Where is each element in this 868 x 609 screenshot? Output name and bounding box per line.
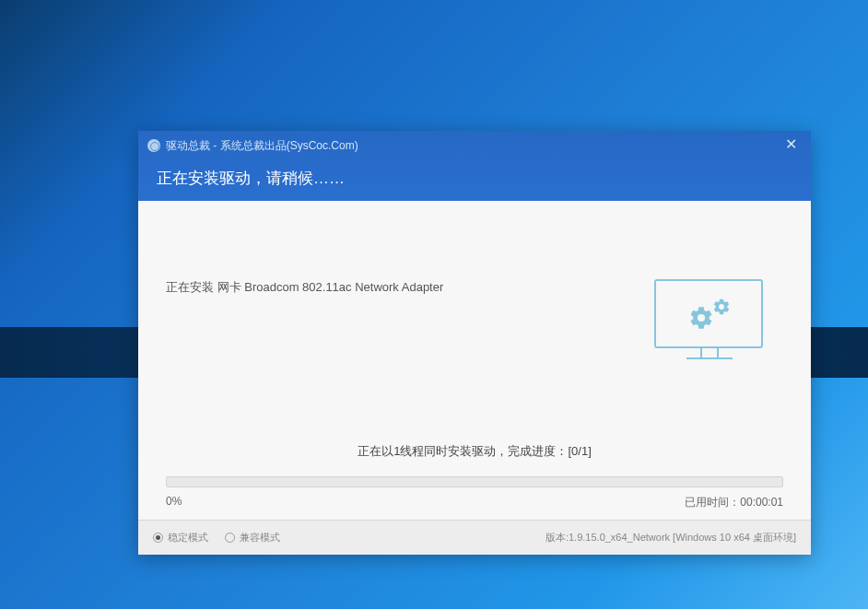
elapsed-time: 已用时间：00:00:01 (685, 495, 783, 510)
radio-circle-icon (153, 533, 163, 543)
radio-compat-mode[interactable]: 兼容模式 (225, 531, 280, 545)
dialog-body: 正在安装 网卡 Broadcom 802.11ac Network Adapte… (138, 201, 811, 520)
radio-stable-mode[interactable]: 稳定模式 (153, 531, 208, 545)
close-button[interactable]: ✕ (780, 136, 802, 155)
radio-circle-icon (225, 533, 235, 543)
dialog-header: 驱动总裁 - 系统总裁出品(SysCoc.Com) ✕ 正在安装驱动，请稍候…… (138, 131, 811, 201)
titlebar: 驱动总裁 - 系统总裁出品(SysCoc.Com) ✕ (138, 131, 811, 155)
thread-progress-text: 正在以1线程同时安装驱动，完成进度：[0/1] (166, 443, 783, 460)
progress-info: 0% 已用时间：00:00:01 (166, 495, 783, 510)
app-icon (147, 139, 160, 152)
dialog-footer: 稳定模式 兼容模式 版本:1.9.15.0_x64_Network [Windo… (138, 520, 811, 555)
monitor-gears-icon (654, 279, 765, 371)
progress-percent: 0% (166, 495, 182, 510)
radio-label: 兼容模式 (240, 531, 280, 545)
footer-left: 稳定模式 兼容模式 (153, 531, 280, 545)
radio-label: 稳定模式 (168, 531, 208, 545)
gear-icon (712, 298, 731, 316)
version-text: 版本:1.9.15.0_x64_Network [Windows 10 x64 … (545, 531, 796, 545)
gear-icon (688, 305, 714, 331)
header-status-text: 正在安装驱动，请稍候…… (138, 155, 811, 189)
window-title: 驱动总裁 - 系统总裁出品(SysCoc.Com) (166, 138, 358, 154)
progress-section: 正在以1线程同时安装驱动，完成进度：[0/1] 0% 已用时间：00:00:01 (166, 443, 783, 510)
driver-install-dialog: 驱动总裁 - 系统总裁出品(SysCoc.Com) ✕ 正在安装驱动，请稍候……… (138, 131, 811, 555)
progress-bar (166, 476, 783, 487)
install-row: 正在安装 网卡 Broadcom 802.11ac Network Adapte… (166, 279, 783, 371)
titlebar-left: 驱动总裁 - 系统总裁出品(SysCoc.Com) (147, 138, 358, 154)
current-install-text: 正在安装 网卡 Broadcom 802.11ac Network Adapte… (166, 279, 627, 296)
